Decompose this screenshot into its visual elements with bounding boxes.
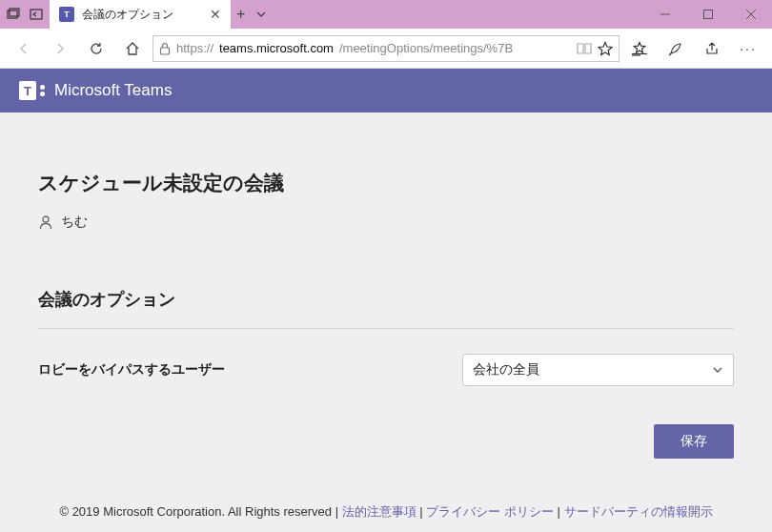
third-party-link[interactable]: サードパーティの情報開示: [564, 504, 713, 519]
options-heading: 会議のオプション: [38, 288, 734, 311]
teams-product-name: Microsoft Teams: [54, 81, 172, 100]
teams-favicon-icon: T: [59, 7, 74, 22]
more-icon[interactable]: ···: [732, 32, 764, 65]
section-divider: [38, 328, 734, 329]
window-controls: [643, 0, 772, 29]
set-aside-tabs-icon[interactable]: [29, 7, 44, 22]
tab-strip-actions: +: [231, 0, 274, 29]
forward-button[interactable]: [44, 32, 76, 65]
legal-link[interactable]: 法的注意事項: [342, 504, 416, 519]
address-bar[interactable]: https://teams.microsoft.com/meetingOptio…: [152, 35, 620, 62]
home-button[interactable]: [116, 32, 149, 65]
save-button[interactable]: 保存: [654, 424, 734, 459]
page-footer: © 2019 Microsoft Corporation. All Rights…: [0, 503, 772, 521]
notes-icon[interactable]: [660, 32, 692, 65]
svg-point-11: [43, 216, 49, 222]
share-icon[interactable]: [696, 32, 728, 65]
meeting-title: スケジュール未設定の会議: [38, 170, 734, 196]
lobby-bypass-label: ロビーをバイパスするユーザー: [38, 361, 225, 379]
minimize-button[interactable]: [643, 0, 686, 29]
back-button[interactable]: [8, 32, 40, 65]
url-path: /meetingOptions/meetings/%7B: [339, 41, 513, 55]
svg-rect-7: [161, 48, 170, 54]
maximize-button[interactable]: [686, 0, 729, 29]
url-host: teams.microsoft.com: [219, 41, 334, 55]
chevron-down-icon: [712, 364, 723, 376]
copyright-text: © 2019 Microsoft Corporation. All Rights…: [59, 504, 332, 519]
browser-tab[interactable]: T 会議のオプション ✕: [50, 0, 231, 29]
svg-rect-4: [703, 10, 712, 19]
close-button[interactable]: [729, 0, 772, 29]
reading-view-icon[interactable]: [577, 42, 592, 55]
favorites-list-icon[interactable]: [623, 32, 656, 65]
window-titlebar: T 会議のオプション ✕ +: [0, 0, 772, 29]
page-content: スケジュール未設定の会議 ちむ 会議のオプション ロビーをバイパスするユーザー …: [0, 113, 772, 478]
teams-header: T Microsoft Teams: [0, 69, 772, 113]
browser-toolbar: https://teams.microsoft.com/meetingOptio…: [0, 29, 772, 69]
teams-logo-icon: T: [19, 81, 45, 100]
lobby-bypass-select[interactable]: 会社の全員: [462, 354, 734, 386]
tab-actions-icon[interactable]: [6, 7, 21, 22]
lock-icon: [159, 42, 171, 55]
tab-title: 会議のオプション: [82, 7, 202, 23]
new-tab-icon[interactable]: +: [236, 6, 245, 23]
svg-line-10: [669, 53, 671, 55]
lobby-bypass-row: ロビーをバイパスするユーザー 会社の全員: [38, 354, 734, 386]
lobby-bypass-value: 会社の全員: [473, 361, 539, 379]
privacy-link[interactable]: プライバシー ポリシー: [426, 504, 554, 519]
favorite-star-icon[interactable]: [598, 41, 613, 56]
tab-close-icon[interactable]: ✕: [210, 7, 221, 22]
organizer-name: ちむ: [61, 214, 88, 231]
svg-rect-2: [30, 10, 42, 19]
titlebar-left-icons: [0, 0, 50, 29]
person-icon: [38, 215, 53, 230]
url-scheme: https://: [176, 41, 213, 55]
tab-overflow-icon[interactable]: [254, 8, 268, 21]
refresh-button[interactable]: [80, 32, 112, 65]
organizer-row: ちむ: [38, 214, 734, 231]
